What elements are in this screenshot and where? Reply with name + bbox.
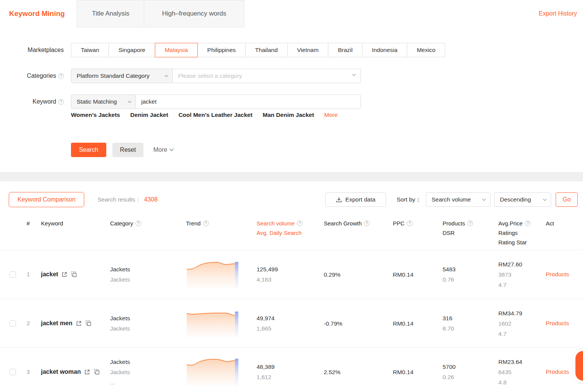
tab-high-frequency-words[interactable]: High–frequency words [144, 0, 244, 27]
header-search-growth: Search Growth ? [324, 219, 393, 247]
marketplace-brazil[interactable]: Brazil [328, 43, 362, 57]
floating-action-button[interactable] [575, 351, 583, 381]
header-trend: Trend ? [186, 219, 257, 247]
keyword-input-field[interactable] [136, 94, 361, 109]
products-cell: 316 8.70 [443, 313, 498, 334]
chevron-down-icon [164, 75, 169, 77]
keyword-input[interactable] [136, 95, 361, 109]
category-type-select[interactable]: Platform Standard Category [71, 69, 173, 83]
ratings-value: 3873 [498, 269, 546, 280]
external-link-icon[interactable] [84, 369, 90, 375]
category-line2: Jackets [110, 367, 186, 377]
search-growth-cell: -0.79% [324, 318, 393, 329]
marketplaces-row: Marketplaces Taiwan Singapore Malaysia P… [0, 43, 583, 57]
avg-price-help-icon[interactable]: ? [525, 220, 531, 226]
external-link-icon[interactable] [61, 271, 68, 278]
marketplace-malaysia[interactable]: Malaysia [155, 43, 198, 57]
growth-value: 2.52% [324, 367, 393, 377]
table-row: 1 jacket Jackets Jackets [0, 250, 583, 299]
category-cell: Jackets Jackets ... [110, 357, 186, 387]
products-value: 316 [443, 313, 498, 323]
header-products: Products ? DSR [443, 219, 498, 247]
category-line3: ... [110, 377, 186, 387]
tab-keyword-mining[interactable]: Keyword Mining [9, 0, 65, 27]
ppc-cell: RM0.14 [393, 318, 443, 329]
marketplace-mexico[interactable]: Mexico [407, 43, 445, 57]
products-link[interactable]: Products [546, 320, 569, 326]
search-volume-value: 49,974 [257, 313, 324, 323]
header-rating-star: Rating Star [498, 238, 531, 247]
suggestion-item[interactable]: Cool Men's Leather Jacket [178, 112, 252, 118]
go-button[interactable]: Go [556, 192, 578, 207]
copy-icon[interactable] [71, 271, 77, 278]
sort-order-select[interactable]: Descending [494, 192, 551, 207]
keyword-label: Keyword ? [0, 94, 64, 109]
header-search-volume-text: Search volume [257, 219, 295, 228]
copy-icon[interactable] [93, 368, 100, 375]
tab-title-analysis[interactable]: Title Analysis [77, 0, 145, 27]
more-filters-button[interactable]: More [153, 143, 174, 157]
products-value: 5483 [443, 264, 498, 274]
products-link[interactable]: Products [546, 368, 569, 375]
row-checkbox[interactable] [9, 369, 16, 375]
match-type-select[interactable]: Static Matching [71, 94, 136, 109]
export-history-link[interactable]: Export History [539, 0, 577, 27]
categories-label-text: Categories [27, 72, 56, 79]
category-cell: Jackets Jackets [110, 264, 186, 285]
keyword-help-icon[interactable]: ? [58, 99, 64, 105]
category-line1: Jackets [110, 264, 186, 274]
ppc-value: RM0.14 [393, 269, 443, 280]
keyword-text: jacket men [41, 320, 72, 327]
sort-order-value: Descending [500, 196, 531, 203]
products-link[interactable]: Products [546, 271, 569, 277]
section-divider [0, 172, 583, 181]
category-line2: Jackets [110, 323, 186, 334]
copy-icon[interactable] [85, 320, 92, 327]
marketplace-philippines[interactable]: Philippines [197, 43, 246, 57]
row-checkbox[interactable] [9, 271, 16, 278]
keyword-comparison-button[interactable]: Keyword Comparison [9, 192, 84, 207]
marketplace-taiwan[interactable]: Taiwan [71, 43, 109, 57]
keyword-text: jacket woman [41, 368, 81, 375]
act-cell: Products [546, 271, 583, 278]
categories-label: Categories ? [0, 69, 64, 83]
marketplace-vietnam[interactable]: Vietnam [287, 43, 329, 57]
suggestion-item[interactable]: Denim Jacket [130, 112, 168, 118]
category-help-icon[interactable]: ? [136, 220, 141, 226]
categories-help-icon[interactable]: ? [58, 73, 64, 79]
download-icon [336, 197, 342, 203]
header-search-volume[interactable]: Search volume ? Avg. Daily Search [257, 219, 324, 247]
marketplace-singapore[interactable]: Singapore [109, 43, 155, 57]
price-cell: RM27.60 3873 4.7 [498, 259, 546, 290]
suggestion-item[interactable]: Women's Jackets [71, 112, 120, 118]
marketplace-indonesia[interactable]: Indonesia [362, 43, 407, 57]
category-select-field[interactable] [172, 69, 361, 83]
sort-field-select[interactable]: Search volume [426, 192, 490, 207]
header-avg-price-text: Avg.Price [498, 219, 523, 228]
more-suggestions-link[interactable]: More [324, 112, 337, 118]
category-line1: Jackets [110, 313, 186, 323]
trend-help-icon[interactable]: ? [203, 220, 209, 226]
rating-star-value: 4.8 [498, 377, 546, 387]
row-checkbox[interactable] [9, 320, 16, 327]
table-row: 3 jacket woman Jackets Jackets ... [0, 347, 583, 392]
search-button[interactable]: Search [71, 143, 106, 157]
marketplace-thailand[interactable]: Thailand [245, 43, 287, 57]
price-value: RM34.79 [498, 308, 546, 318]
export-data-label: Export data [345, 196, 375, 203]
rating-star-value: 4.7 [498, 280, 546, 290]
search-volume-help-icon[interactable]: ? [297, 220, 303, 226]
products-help-icon[interactable]: ? [467, 220, 473, 226]
categories-row: Categories ? Platform Standard Category [0, 69, 583, 83]
category-input[interactable] [173, 69, 361, 83]
reset-button[interactable]: Reset [112, 143, 143, 157]
price-value: RM23.64 [498, 357, 546, 367]
search-volume-value: 125,499 [257, 264, 324, 274]
ppc-help-icon[interactable]: ? [407, 220, 413, 226]
row-number: 2 [23, 320, 41, 327]
suggestion-item[interactable]: Man Denim Jacket [263, 112, 314, 118]
export-data-button[interactable]: Export data [325, 192, 386, 207]
ratings-value: 1602 [498, 318, 546, 329]
external-link-icon[interactable] [76, 320, 82, 327]
search-growth-help-icon[interactable]: ? [364, 220, 370, 226]
